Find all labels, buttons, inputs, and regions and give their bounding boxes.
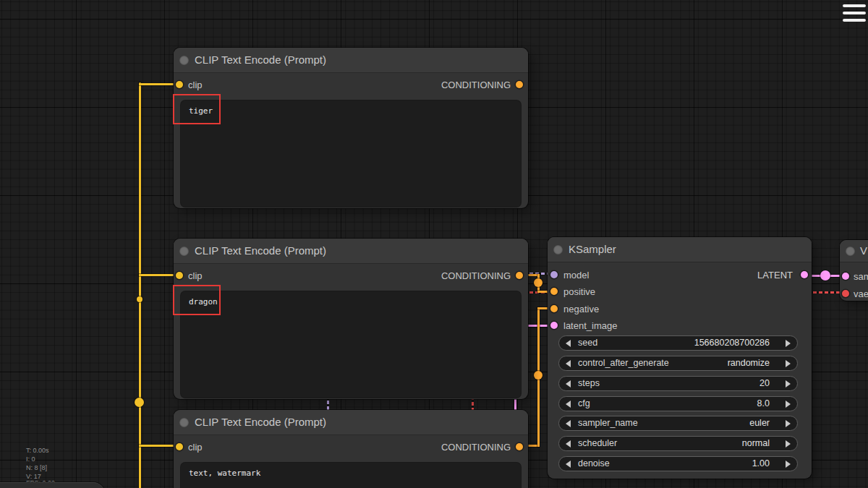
node-title: CLIP Text Encode (Prompt) <box>195 410 326 435</box>
prompt-textarea[interactable]: text, watermark <box>181 463 521 488</box>
latent-link-dot <box>820 270 830 281</box>
increment-arrow-icon[interactable] <box>786 380 791 388</box>
prompt-textarea[interactable]: tiger <box>181 100 521 207</box>
clip-input-port[interactable] <box>176 443 183 450</box>
model-input-port[interactable] <box>550 271 558 278</box>
widget-seed[interactable]: seed 156680208700286 <box>558 335 798 351</box>
node-title-bar[interactable]: CLIP Text Encode (Prompt) <box>174 410 528 435</box>
negative-input-port[interactable] <box>550 305 558 312</box>
increment-arrow-icon[interactable] <box>786 440 791 448</box>
increment-arrow-icon[interactable] <box>786 340 791 347</box>
node-title: CLIP Text Encode (Prompt) <box>195 239 326 263</box>
increment-arrow-icon[interactable] <box>786 401 791 408</box>
conditioning-output-port[interactable] <box>516 443 523 450</box>
node-title: CLIP Text Encode (Prompt) <box>195 48 326 72</box>
menu-icon[interactable] <box>841 2 867 24</box>
decrement-arrow-icon[interactable] <box>566 380 571 388</box>
node-status-dot <box>179 418 189 427</box>
widget-scheduler[interactable]: scheduler normal <box>558 436 798 451</box>
node-status-dot <box>179 247 189 256</box>
positive-input-port[interactable] <box>550 288 558 295</box>
decrement-arrow-icon[interactable] <box>566 440 571 448</box>
decrement-arrow-icon[interactable] <box>566 461 571 468</box>
positive-link-dot <box>534 278 542 287</box>
increment-arrow-icon[interactable] <box>786 461 791 468</box>
negative-link-dot <box>534 371 542 380</box>
clip-input-port[interactable] <box>176 272 183 279</box>
widget-value[interactable]: 1.00 <box>752 457 770 471</box>
decrement-arrow-icon[interactable] <box>566 401 571 408</box>
node-clip-text-encode-top[interactable]: CLIP Text Encode (Prompt) clip CONDITION… <box>174 48 528 208</box>
conditioning-output-port[interactable] <box>516 81 523 88</box>
prompt-textarea[interactable]: dragon <box>181 291 521 398</box>
widget-value[interactable]: normal <box>742 437 770 450</box>
clip-link-dot-large <box>135 398 144 407</box>
positive-input-label: positive <box>563 286 595 297</box>
decrement-arrow-icon[interactable] <box>566 420 571 427</box>
conditioning-output-label: CONDITIONING <box>441 270 511 281</box>
widget-label: steps <box>578 377 600 390</box>
widget-sampler-name[interactable]: sampler_name euler <box>558 416 798 431</box>
widget-label: sampler_name <box>578 416 638 430</box>
partial-node-top-edge[interactable] <box>0 482 105 488</box>
conditioning-output-port[interactable] <box>516 272 523 279</box>
latent-image-input-port[interactable] <box>550 322 558 329</box>
clip-input-label: clip <box>188 270 203 281</box>
model-input-label: model <box>563 270 589 281</box>
widget-denoise[interactable]: denoise 1.00 <box>558 456 798 471</box>
vae-input-port[interactable] <box>842 290 849 297</box>
widget-label: control_after_generate <box>578 356 669 370</box>
vae-input-label: vae <box>854 288 868 299</box>
decrement-arrow-icon[interactable] <box>566 360 571 367</box>
widget-label: cfg <box>578 397 590 411</box>
node-title-bar[interactable]: CLIP Text Encode (Prompt) <box>174 239 528 264</box>
latent-image-input-label: latent_image <box>563 320 617 331</box>
conditioning-output-label: CONDITIONING <box>441 80 511 90</box>
widget-value[interactable]: euler <box>749 416 770 430</box>
menu-bar-top <box>843 4 866 7</box>
menu-bar-middle <box>843 12 866 14</box>
stats-iterations: I: 0 <box>26 455 35 463</box>
clip-link-dot-small <box>137 296 142 302</box>
stats-nodes: N: 8 [8] <box>26 464 47 471</box>
node-status-dot <box>553 245 563 254</box>
widget-cfg[interactable]: cfg 8.0 <box>558 396 798 411</box>
node-vae-decode[interactable]: V sam vae <box>840 240 868 301</box>
increment-arrow-icon[interactable] <box>786 420 791 427</box>
conditioning-output-label: CONDITIONING <box>441 442 511 453</box>
clip-input-label: clip <box>188 442 203 453</box>
widget-value[interactable]: randomize <box>728 356 770 370</box>
node-title-bar[interactable]: V <box>840 240 868 262</box>
widget-control-after-generate[interactable]: control_after_generate randomize <box>558 356 798 371</box>
prompt-highlight-box <box>173 285 221 315</box>
widget-label: scheduler <box>578 437 617 450</box>
samples-input-label: sam <box>854 271 868 282</box>
increment-arrow-icon[interactable] <box>786 360 791 367</box>
negative-input-label: negative <box>563 304 599 314</box>
stats-time: T: 0.00s <box>26 447 49 454</box>
clip-wire-trunk <box>139 82 141 488</box>
node-title-bar[interactable]: CLIP Text Encode (Prompt) <box>174 48 528 73</box>
menu-bar-bottom <box>843 19 866 22</box>
node-clip-text-encode-middle[interactable]: CLIP Text Encode (Prompt) clip CONDITION… <box>174 239 528 399</box>
node-ksampler[interactable]: KSampler model positive negative latent_… <box>548 237 812 479</box>
node-title: V <box>860 240 867 262</box>
widget-value[interactable]: 8.0 <box>757 397 770 411</box>
latent-output-port[interactable] <box>801 271 808 278</box>
clip-input-label: clip <box>188 80 203 90</box>
latent-output-label: LATENT <box>757 270 793 281</box>
prompt-highlight-box <box>173 94 221 124</box>
widget-label: seed <box>578 336 597 350</box>
node-status-dot <box>846 247 855 256</box>
node-title: KSampler <box>569 237 616 262</box>
node-status-dot <box>179 56 189 65</box>
samples-input-port[interactable] <box>842 273 849 280</box>
widget-value[interactable]: 156680208700286 <box>694 336 770 350</box>
clip-input-port[interactable] <box>176 81 183 88</box>
node-title-bar[interactable]: KSampler <box>548 237 812 262</box>
widget-value[interactable]: 20 <box>760 377 770 390</box>
widget-steps[interactable]: steps 20 <box>558 376 798 391</box>
widget-label: denoise <box>578 457 610 471</box>
decrement-arrow-icon[interactable] <box>566 340 571 347</box>
node-clip-text-encode-bottom[interactable]: CLIP Text Encode (Prompt) clip CONDITION… <box>174 410 528 488</box>
